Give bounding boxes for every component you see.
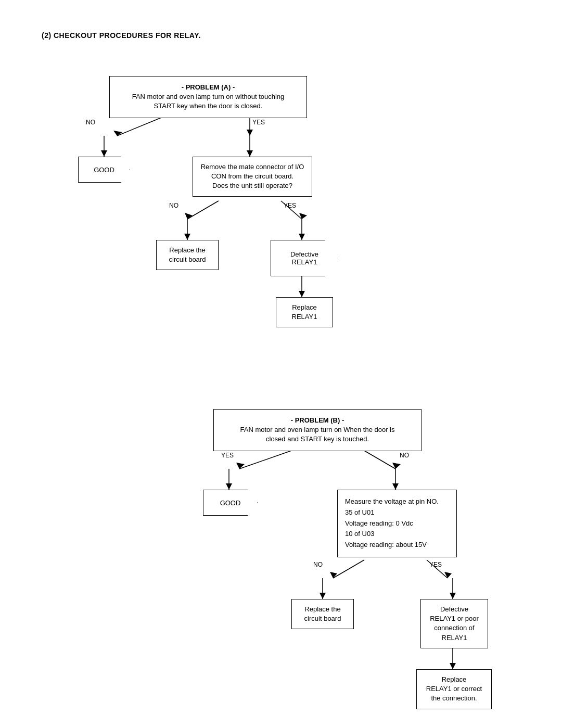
defective-relay1-box-b: DefectiveRELAY1 or poorconnection ofRELA… (420, 599, 488, 648)
replace-relay1-box: ReplaceRELAY1 (276, 297, 333, 327)
yes-label-a1: YES (252, 119, 265, 126)
problem-a-text: - PROBLEM (A) - FAN motor and oven lamp … (118, 83, 298, 111)
svg-marker-15 (299, 234, 305, 240)
svg-marker-31 (320, 593, 326, 599)
problem-b-box: - PROBLEM (B) - FAN motor and oven lamp … (213, 409, 422, 451)
page-title: (2) CHECKOUT PROCEDURES FOR RELAY. (42, 31, 520, 40)
svg-line-26 (333, 560, 364, 578)
yes-label-b1: YES (221, 452, 234, 459)
svg-line-8 (187, 201, 219, 219)
svg-marker-19 (236, 463, 245, 469)
svg-marker-17 (299, 291, 305, 297)
flowchart-a: - PROBLEM (A) - FAN motor and oven lamp … (42, 60, 520, 362)
flowchart-b: - PROBLEM (B) - FAN motor and oven lamp … (42, 393, 520, 728)
svg-marker-23 (226, 483, 232, 490)
yes-label-a2: YES (284, 202, 296, 209)
svg-marker-35 (450, 663, 456, 669)
no-label-b2: NO (313, 561, 323, 568)
svg-marker-1 (113, 131, 122, 136)
svg-line-20 (364, 451, 395, 469)
svg-marker-9 (185, 213, 193, 219)
yes-label-b2: YES (429, 561, 442, 568)
defective-relay1-shape: DefectiveRELAY1 (271, 240, 338, 276)
svg-marker-3 (247, 130, 253, 136)
svg-marker-5 (101, 150, 107, 157)
svg-marker-33 (450, 593, 456, 599)
good-shape-b: GOOD (203, 490, 258, 516)
page: (2) CHECKOUT PROCEDURES FOR RELAY. (0, 0, 562, 728)
svg-marker-7 (247, 150, 253, 157)
problem-a-box: - PROBLEM (A) - FAN motor and oven lamp … (109, 76, 307, 118)
replace-board-box-a: Replace thecircuit board (156, 240, 219, 270)
replace-board-box-b: Replace thecircuit board (291, 599, 354, 629)
measure-box: Measure the voltage at pin NO. 35 of U01… (337, 490, 457, 557)
remove-connector-box: Remove the mate connector of I/O CON fro… (193, 157, 312, 197)
svg-marker-29 (444, 572, 452, 578)
no-label-b1: NO (400, 452, 409, 459)
svg-line-0 (117, 118, 161, 136)
svg-line-18 (239, 451, 291, 469)
svg-marker-13 (184, 234, 190, 240)
svg-marker-27 (330, 572, 337, 578)
no-label-a2: NO (169, 202, 178, 209)
no-label-a1: NO (86, 119, 95, 126)
replace-relay1-correct-box: ReplaceRELAY1 or correctthe connection. (416, 669, 492, 709)
svg-marker-25 (392, 483, 399, 490)
good-shape-a: GOOD (78, 157, 130, 183)
